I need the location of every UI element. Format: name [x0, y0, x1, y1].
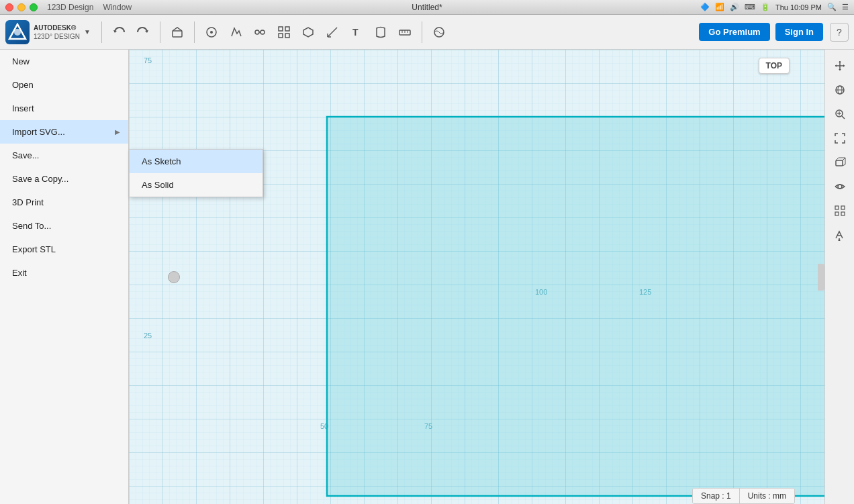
status-bar: Snap : 1 Units : mm — [692, 488, 795, 504]
app-name-label: 123D Design — [47, 3, 93, 12]
wifi-icon: 📶 — [715, 3, 724, 11]
undo-button[interactable] — [107, 21, 130, 44]
file-menu: New Open Insert Import SVG... ▶ Save... … — [0, 50, 129, 504]
clock-label: Thu 10:09 PM — [775, 3, 822, 11]
svg-rect-46 — [841, 206, 845, 209]
redo-button[interactable] — [132, 21, 154, 44]
logo-area: AUTODESK® 123D° DESIGN ▼ — [5, 20, 91, 44]
canvas-grid: 75 25 25 50 75 100 125 15 — [129, 50, 824, 504]
menu-item-new[interactable]: New — [0, 50, 128, 73]
help-button[interactable]: ? — [830, 23, 849, 42]
main-layout: New Open Insert Import SVG... ▶ Save... … — [0, 50, 854, 504]
view-top-button[interactable]: TOP — [759, 58, 790, 74]
modify-button[interactable] — [248, 21, 271, 44]
logo-dropdown-icon[interactable]: ▼ — [84, 28, 91, 36]
mac-titlebar: 123D Design Window Untitled* 🔷 📶 🔊 ⌨ 🔋 T… — [0, 0, 854, 15]
bluetooth-icon: 🔷 — [700, 3, 710, 11]
submenu-item-as-solid[interactable]: As Solid — [130, 173, 263, 197]
svg-rect-10 — [279, 34, 283, 38]
divider-4 — [422, 21, 422, 43]
perspective-button[interactable] — [829, 152, 851, 173]
units-status[interactable]: Units : mm — [740, 489, 794, 503]
svg-point-51 — [838, 240, 840, 242]
svg-line-39 — [842, 116, 845, 119]
measure-button[interactable] — [321, 21, 344, 44]
battery-icon: 🔋 — [761, 3, 770, 11]
group-button[interactable] — [297, 21, 320, 44]
svg-rect-47 — [835, 212, 839, 215]
grid-settings-button[interactable] — [829, 200, 851, 221]
drag-handle[interactable] — [168, 271, 180, 283]
keyboard-icon: ⌨ — [745, 3, 755, 11]
rotate-view-button[interactable] — [829, 79, 851, 101]
menu-item-exit[interactable]: Exit — [0, 261, 128, 285]
primitives-group — [166, 21, 189, 44]
svg-rect-2 — [173, 31, 182, 37]
tools-group: T — [200, 21, 416, 44]
menu-item-save-copy[interactable]: Save a Copy... — [0, 167, 128, 191]
snap-button[interactable] — [369, 21, 392, 44]
svg-rect-42 — [836, 160, 843, 166]
volume-icon: 🔊 — [730, 3, 739, 11]
menu-item-insert[interactable]: Insert — [0, 97, 128, 120]
svg-rect-8 — [279, 27, 283, 31]
window-title: Untitled* — [412, 3, 442, 12]
close-button[interactable] — [5, 3, 13, 11]
app-toolbar: AUTODESK® 123D° DESIGN ▼ — [0, 15, 854, 50]
premium-button[interactable]: Go Premium — [699, 23, 769, 41]
construct-button[interactable] — [224, 21, 247, 44]
svg-line-43 — [843, 158, 845, 160]
move-button[interactable] — [829, 55, 851, 77]
svg-point-5 — [255, 30, 259, 34]
svg-point-44 — [838, 185, 842, 189]
svg-point-6 — [260, 30, 265, 34]
submenu-item-as-sketch[interactable]: As Sketch — [130, 150, 263, 173]
history-group — [107, 21, 154, 44]
svg-rect-11 — [285, 34, 289, 38]
svg-rect-9 — [285, 27, 289, 31]
search-icon[interactable]: 🔍 — [827, 3, 837, 11]
brand-line1: AUTODESK® — [34, 23, 80, 32]
svg-rect-48 — [841, 212, 845, 215]
menu-item-save[interactable]: Save... — [0, 144, 128, 167]
svg-rect-32 — [327, 117, 824, 496]
menu-icon[interactable]: ☰ — [842, 3, 849, 11]
sketch-button[interactable] — [200, 21, 223, 44]
primitives-button[interactable] — [166, 21, 189, 44]
maximize-button[interactable] — [30, 3, 38, 11]
snap-status[interactable]: Snap : 1 — [693, 489, 740, 503]
svg-rect-45 — [835, 206, 839, 209]
menu-item-import-svg[interactable]: Import SVG... ▶ — [0, 120, 128, 144]
app-logo — [5, 20, 30, 44]
zoom-button[interactable] — [829, 103, 851, 125]
svg-text:75: 75 — [144, 56, 152, 64]
divider-1 — [101, 21, 102, 43]
ruler-button[interactable] — [393, 21, 416, 44]
right-toolbar — [824, 50, 854, 504]
expand-panel-handle[interactable] — [818, 264, 824, 291]
fit-view-button[interactable] — [829, 128, 851, 149]
menu-item-send-to[interactable]: Send To... — [0, 214, 128, 238]
window-controls: 123D Design Window — [5, 3, 132, 12]
visibility-button[interactable] — [829, 176, 851, 197]
svg-text:T: T — [352, 27, 359, 38]
logo-text: AUTODESK® 123D° DESIGN — [34, 23, 80, 41]
materials-button[interactable] — [428, 21, 450, 44]
system-status: 🔷 📶 🔊 ⌨ 🔋 Thu 10:09 PM 🔍 ☰ — [700, 3, 849, 11]
signin-button[interactable]: Sign In — [775, 23, 823, 41]
text-button[interactable]: T — [345, 21, 368, 44]
pattern-button[interactable] — [273, 21, 295, 44]
svg-text:25: 25 — [144, 332, 152, 340]
divider-2 — [160, 21, 160, 43]
menu-item-open[interactable]: Open — [0, 73, 128, 97]
menu-item-export-stl[interactable]: Export STL — [0, 238, 128, 261]
svg-line-12 — [328, 28, 337, 37]
menu-item-3d-print[interactable]: 3D Print — [0, 191, 128, 214]
paint-button[interactable] — [829, 224, 851, 246]
canvas-area[interactable]: 75 25 25 50 75 100 125 15 TOP Snap : 1 U… — [129, 50, 824, 504]
brand-line2: 123D° DESIGN — [34, 32, 80, 41]
window-menu-label[interactable]: Window — [103, 3, 132, 12]
minimize-button[interactable] — [17, 3, 26, 11]
import-svg-submenu: As Sketch As Solid — [129, 149, 263, 197]
divider-3 — [194, 21, 195, 43]
